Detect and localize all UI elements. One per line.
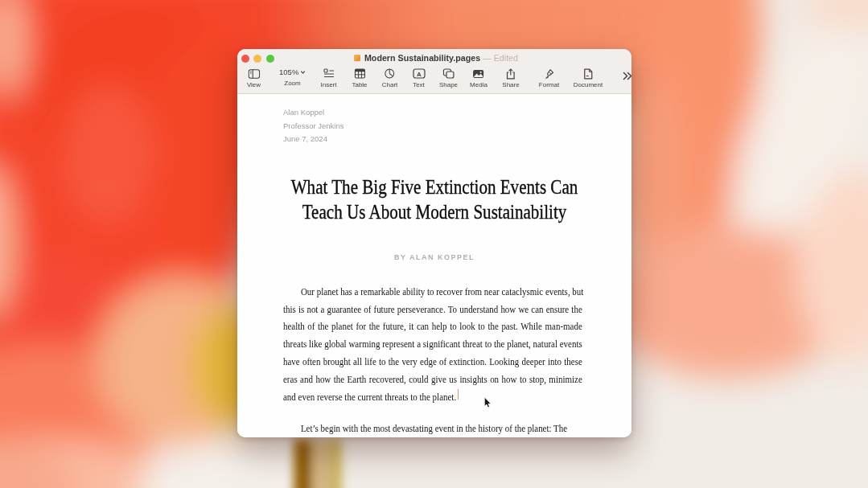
svg-text:A: A	[417, 71, 422, 78]
